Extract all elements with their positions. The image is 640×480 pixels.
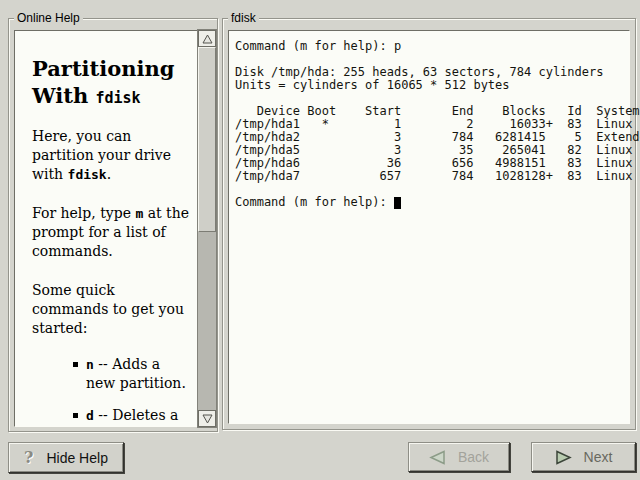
scrollbar-thumb[interactable] bbox=[198, 47, 216, 232]
command-desc-d: -- Deletes a partition. bbox=[86, 407, 178, 427]
scrollbar-track[interactable] bbox=[198, 47, 216, 410]
next-label: Next bbox=[584, 449, 613, 465]
hide-help-label: Hide Help bbox=[46, 450, 107, 466]
arrow-down-icon bbox=[202, 414, 213, 424]
help-heading: Partitioning With fdisk bbox=[32, 55, 191, 112]
next-button[interactable]: Next bbox=[531, 442, 636, 472]
help-paragraph-quick-commands: Some quick commands to get you started: bbox=[32, 281, 191, 338]
online-help-frame-title: Online Help bbox=[14, 11, 83, 25]
installer-window: Online Help Partitioning With fdisk Here… bbox=[0, 0, 640, 480]
list-item-n-command: n -- Adds a new partition. bbox=[72, 355, 191, 393]
arrow-up-icon bbox=[202, 34, 213, 44]
list-item-d-command: d -- Deletes a partition. bbox=[72, 406, 191, 427]
terminal-cursor bbox=[394, 197, 401, 209]
help-p1-period: . bbox=[107, 166, 111, 182]
back-label: Back bbox=[458, 449, 489, 465]
question-mark-icon: ? bbox=[24, 448, 33, 467]
fdisk-frame: fdisk Command (m for help): p Disk /tmp/… bbox=[222, 18, 636, 430]
scroll-up-button[interactable] bbox=[198, 30, 216, 47]
help-command-list: n -- Adds a new partition. d -- Deletes … bbox=[72, 355, 191, 427]
terminal-output: Command (m for help): p Disk /tmp/hda: 2… bbox=[235, 39, 640, 209]
back-arrow-icon bbox=[429, 450, 446, 465]
command-key-n: n bbox=[86, 357, 94, 372]
online-help-frame: Online Help Partitioning With fdisk Here… bbox=[8, 18, 218, 432]
hide-help-button[interactable]: ? Hide Help bbox=[8, 442, 124, 473]
fdisk-terminal[interactable]: Command (m for help): p Disk /tmp/hda: 2… bbox=[228, 30, 630, 424]
help-paragraph-intro: Here, you can partition your drive with … bbox=[32, 127, 191, 184]
next-arrow-icon bbox=[555, 450, 572, 465]
command-desc-n: -- Adds a new partition. bbox=[86, 356, 186, 391]
help-p1-fdisk: fdisk bbox=[68, 167, 107, 182]
help-p2-text: For help, type bbox=[32, 205, 135, 221]
fdisk-frame-title: fdisk bbox=[228, 11, 259, 25]
help-content-area: Partitioning With fdisk Here, you can pa… bbox=[14, 30, 198, 427]
back-button[interactable]: Back bbox=[408, 442, 510, 472]
help-paragraph-help-cmd: For help, type m at the prompt for a lis… bbox=[32, 204, 191, 261]
help-scrollbar[interactable] bbox=[197, 29, 217, 428]
command-key-d: d bbox=[86, 408, 94, 423]
help-heading-fdisk: fdisk bbox=[95, 89, 140, 107]
scroll-down-button[interactable] bbox=[198, 410, 216, 427]
